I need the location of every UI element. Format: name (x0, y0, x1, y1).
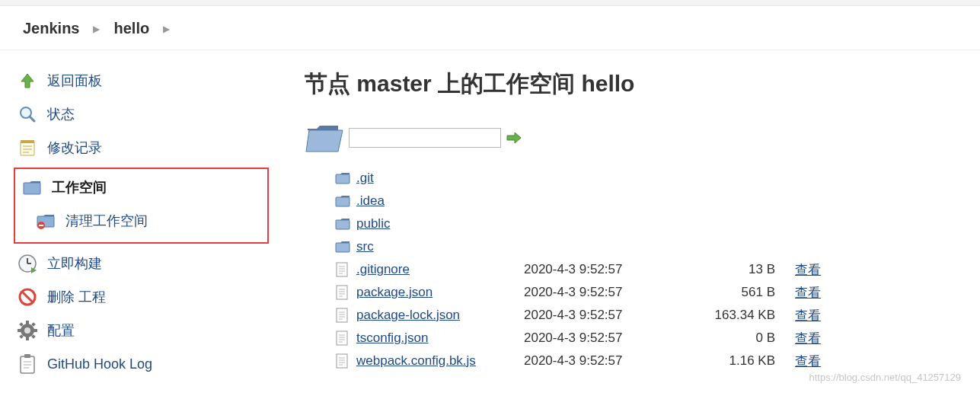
folder-small-icon (335, 240, 356, 254)
file-row: package.json 2020-4-3 9:52:57 561 B 查看 (335, 281, 953, 304)
file-link[interactable]: tsconfig.json (356, 331, 524, 346)
file-icon (335, 331, 356, 346)
sidebar-item-label: 状态 (47, 105, 75, 123)
svg-rect-21 (18, 329, 21, 332)
svg-rect-56 (337, 354, 347, 368)
file-row: package-lock.json 2020-4-3 9:52:57 163.3… (335, 304, 953, 327)
svg-rect-34 (336, 220, 350, 229)
file-size: 0 B (661, 331, 775, 346)
svg-rect-28 (24, 354, 30, 358)
svg-rect-19 (26, 321, 29, 324)
folder-small-icon (335, 194, 356, 208)
svg-rect-41 (337, 286, 347, 299)
file-view-link[interactable]: 查看 (775, 307, 821, 324)
svg-rect-33 (336, 197, 350, 206)
svg-rect-51 (337, 331, 347, 345)
sidebar-item-label: 立即构建 (47, 254, 102, 273)
svg-line-1 (30, 117, 34, 121)
sidebar-item-status[interactable]: 状态 (14, 97, 289, 131)
file-list: .git .idea public src .gitignore (335, 167, 953, 372)
file-row: webpack.config.bk.js 2020-4-3 9:52:57 1.… (335, 350, 953, 372)
svg-rect-46 (337, 308, 347, 322)
sidebar-item-wipe-workspace[interactable]: 清理工作空间 (32, 204, 264, 238)
file-icon (335, 285, 356, 300)
main-content: 节点 master 上的工作空间 hello .git .idea (289, 64, 980, 381)
folder-small-icon (335, 217, 356, 231)
path-row (305, 121, 953, 155)
sidebar-item-label: 修改记录 (47, 139, 102, 157)
workspace-highlight: 工作空间 清理工作空间 (14, 168, 269, 244)
folder-row[interactable]: src (335, 235, 953, 258)
sidebar: 返回面板 状态 修改记录 工作空间 (0, 64, 289, 381)
file-view-link[interactable]: 查看 (775, 353, 821, 370)
breadcrumb-jenkins[interactable]: Jenkins (23, 20, 79, 37)
breadcrumb-sep: ▶ (93, 24, 100, 34)
sidebar-item-delete[interactable]: 删除 工程 (14, 280, 289, 314)
sidebar-item-back[interactable]: 返回面板 (14, 64, 289, 97)
clock-play-icon (17, 253, 38, 274)
svg-point-18 (24, 327, 30, 334)
sidebar-item-label: 工作空间 (52, 178, 107, 196)
folder-link[interactable]: src (356, 239, 524, 254)
file-icon (335, 353, 356, 369)
breadcrumb-hello[interactable]: hello (113, 20, 149, 37)
folder-link[interactable]: .idea (356, 193, 524, 209)
file-size: 163.34 KB (661, 308, 775, 323)
sidebar-item-build-now[interactable]: 立即构建 (14, 247, 289, 280)
file-view-link[interactable]: 查看 (775, 330, 821, 347)
breadcrumb-sep: ▶ (163, 24, 170, 34)
watermark: https://blog.csdn.net/qq_41257129 (809, 372, 962, 381)
folder-icon (21, 177, 43, 198)
file-view-link[interactable]: 查看 (775, 284, 821, 302)
go-arrow-icon[interactable] (506, 129, 522, 146)
folder-open-icon (305, 121, 344, 155)
sidebar-item-workspace[interactable]: 工作空间 (18, 171, 264, 204)
file-link[interactable]: package-lock.json (356, 308, 524, 323)
sidebar-item-github-log[interactable]: GitHub Hook Log (14, 347, 289, 381)
file-size: 1.16 KB (661, 353, 775, 369)
delete-icon (17, 286, 38, 308)
file-view-link[interactable]: 查看 (775, 261, 821, 279)
file-size: 13 B (661, 262, 775, 277)
file-link[interactable]: package.json (356, 285, 524, 300)
file-date: 2020-4-3 9:52:57 (524, 331, 661, 346)
svg-rect-36 (337, 263, 347, 276)
top-bar (0, 0, 980, 6)
svg-rect-20 (26, 337, 29, 340)
file-date: 2020-4-3 9:52:57 (524, 308, 661, 323)
sidebar-item-label: GitHub Hook Log (47, 356, 152, 372)
folder-link[interactable]: .git (356, 171, 524, 186)
magnifier-icon (17, 104, 38, 125)
folder-small-icon (335, 171, 356, 185)
path-input[interactable] (349, 128, 501, 148)
sidebar-item-changes[interactable]: 修改记录 (14, 131, 289, 164)
file-row: tsconfig.json 2020-4-3 9:52:57 0 B 查看 (335, 327, 953, 350)
sidebar-item-label: 删除 工程 (47, 288, 106, 306)
gear-icon (17, 320, 38, 341)
svg-rect-2 (21, 142, 34, 155)
file-date: 2020-4-3 9:52:57 (524, 285, 661, 300)
folder-row[interactable]: public (335, 212, 953, 235)
file-icon (335, 262, 356, 277)
sidebar-item-label: 清理工作空间 (65, 212, 148, 230)
folder-row[interactable]: .git (335, 167, 953, 190)
file-size: 561 B (661, 285, 775, 300)
file-row: .gitignore 2020-4-3 9:52:57 13 B 查看 (335, 258, 953, 281)
sidebar-item-label: 返回面板 (47, 72, 102, 90)
file-link[interactable]: webpack.config.bk.js (356, 353, 524, 369)
sidebar-item-configure[interactable]: 配置 (14, 314, 289, 347)
svg-rect-10 (39, 225, 43, 226)
file-date: 2020-4-3 9:52:57 (524, 353, 661, 369)
folder-row[interactable]: .idea (335, 190, 953, 212)
file-icon (335, 308, 356, 323)
notepad-icon (17, 137, 38, 158)
folder-delete-icon (35, 210, 56, 232)
svg-rect-32 (336, 174, 350, 184)
file-link[interactable]: .gitignore (356, 262, 524, 277)
page-title: 节点 master 上的工作空间 hello (305, 69, 953, 100)
folder-link[interactable]: public (356, 216, 524, 232)
sidebar-item-label: 配置 (47, 321, 75, 340)
file-date: 2020-4-3 9:52:57 (524, 262, 661, 277)
up-arrow-icon (17, 70, 38, 91)
svg-rect-7 (24, 183, 40, 194)
